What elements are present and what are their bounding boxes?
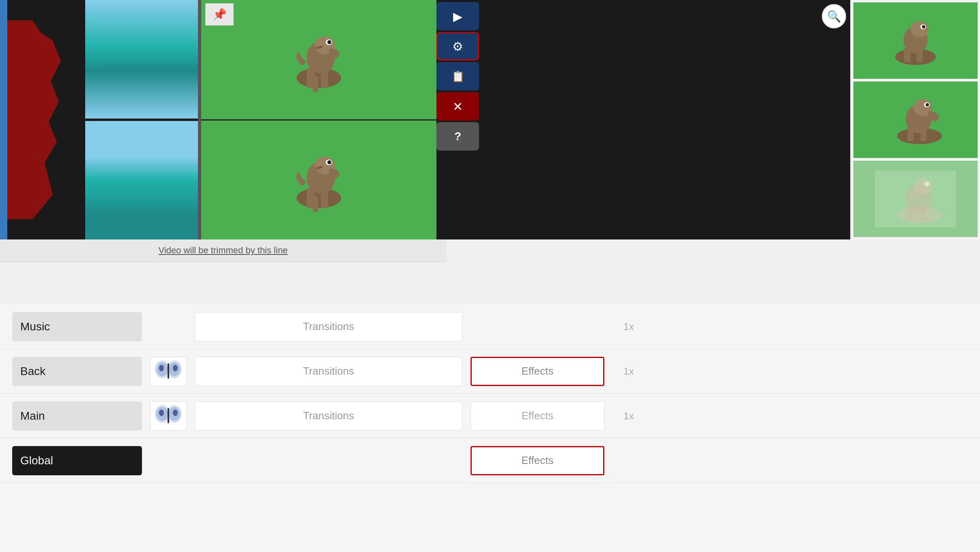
tracks-container: MusicTransitions1xBack TransitionsEffect…: [0, 304, 980, 483]
zoom-icon[interactable]: 🔍: [822, 4, 846, 28]
copy-button[interactable]: 📋: [436, 62, 479, 91]
waveform-panel: [0, 0, 85, 239]
trim-line-area: Video will be trimmed by this line: [0, 239, 446, 262]
transitions-btn-main[interactable]: Transitions: [195, 401, 462, 431]
clip-ocean-top: [85, 0, 198, 120]
clips-panel: [85, 0, 199, 239]
svg-rect-3: [313, 76, 318, 92]
play-icon: ▶: [453, 9, 462, 24]
svg-rect-11: [313, 196, 318, 212]
track-row-back: Back TransitionsEffects1x: [0, 349, 980, 394]
help-icon: ?: [454, 130, 461, 143]
svg-point-23: [922, 25, 925, 28]
effects-btn-main[interactable]: Effects: [471, 401, 604, 431]
dino-svg-bottom: [278, 145, 359, 214]
thumbnail-2[interactable]: 2: [853, 81, 978, 158]
context-menu: ▶ ⚙ 📋 ✕ ?: [436, 2, 481, 151]
delete-icon: ✕: [453, 99, 463, 114]
play-button[interactable]: ▶: [436, 2, 479, 30]
trim-line-text: Video will be trimmed by this line: [159, 245, 288, 256]
copy-icon: 📋: [451, 70, 464, 83]
svg-point-21: [911, 21, 928, 37]
svg-point-31: [926, 103, 929, 106]
track-label-music[interactable]: Music: [12, 312, 142, 341]
svg-rect-45: [168, 363, 169, 379]
right-sidebar: 1 2 3: [850, 0, 980, 239]
bottom-panel: MusicTransitions1xBack TransitionsEffect…: [0, 304, 980, 552]
svg-point-44: [173, 365, 178, 371]
dino-clip-bottom[interactable]: [201, 119, 436, 240]
waveform-svg: [0, 0, 85, 239]
track-multiplier-back: 1x: [612, 366, 645, 377]
thumb-dino-2: [875, 91, 956, 148]
svg-point-38: [924, 181, 930, 186]
transitions-btn-music[interactable]: Transitions: [195, 312, 462, 341]
thumbnail-3[interactable]: 3: [853, 160, 978, 237]
clip-ocean-bottom: [85, 121, 198, 239]
dino-svg-top: [278, 25, 359, 94]
pin-icon: 📌: [213, 8, 227, 21]
thumb-dino-1: [875, 12, 956, 69]
track-multiplier-music: 1x: [612, 321, 645, 332]
help-button[interactable]: ?: [436, 122, 479, 151]
track-label-global[interactable]: Global: [12, 446, 142, 475]
svg-point-43: [159, 365, 164, 371]
svg-point-37: [913, 178, 932, 195]
track-label-back[interactable]: Back: [12, 357, 142, 386]
track-row-global: GlobalEffects: [0, 438, 980, 483]
track-label-main[interactable]: Main: [12, 401, 142, 431]
pin-icon-container: 📌: [205, 3, 234, 26]
svg-point-51: [173, 410, 178, 416]
effects-btn-global[interactable]: Effects: [471, 446, 604, 475]
thumbnail-1[interactable]: 1: [853, 2, 978, 79]
svg-point-15: [327, 160, 331, 164]
svg-point-7: [327, 40, 331, 44]
svg-point-50: [159, 410, 164, 416]
zoom-icon-symbol: 🔍: [827, 10, 841, 23]
track-multiplier-main: 1x: [612, 410, 645, 422]
track-row-main: Main TransitionsEffects1x: [0, 394, 980, 438]
effects-btn-back[interactable]: Effects: [471, 357, 604, 386]
transitions-btn-back[interactable]: Transitions: [195, 357, 462, 386]
editor-area: 📌 ▶: [0, 0, 980, 239]
butterfly-thumb-back: [150, 357, 187, 386]
delete-button[interactable]: ✕: [436, 92, 479, 121]
dino-clip-top[interactable]: ▶ ⚙ 📋 ✕ ?: [201, 0, 436, 119]
settings-button[interactable]: ⚙: [436, 32, 479, 60]
track-row-music: MusicTransitions1x: [0, 304, 980, 349]
main-video-area: 📌 ▶: [201, 0, 436, 239]
butterfly-thumb-main: [150, 401, 187, 431]
settings-icon: ⚙: [452, 39, 463, 54]
svg-rect-52: [168, 408, 169, 423]
thumb-dino-3: [875, 170, 956, 227]
